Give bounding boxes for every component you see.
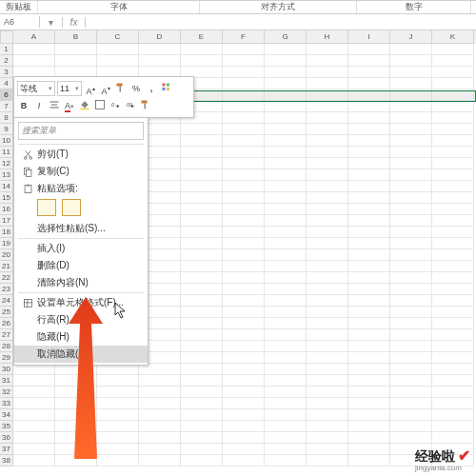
fill-color-icon[interactable]: ▾ <box>78 99 91 112</box>
cell[interactable] <box>181 169 223 181</box>
cell[interactable] <box>223 147 265 158</box>
row-header[interactable]: 38 <box>0 455 13 466</box>
cell[interactable] <box>307 455 348 466</box>
cell[interactable] <box>181 272 223 284</box>
cell[interactable] <box>223 238 265 249</box>
column-header[interactable]: A <box>13 30 55 44</box>
row-header[interactable]: 35 <box>0 421 13 432</box>
cell[interactable] <box>181 249 223 261</box>
cell[interactable] <box>307 352 348 364</box>
cell[interactable] <box>432 409 474 421</box>
cell[interactable] <box>97 455 139 466</box>
cell[interactable] <box>265 101 307 112</box>
cell[interactable] <box>348 78 390 89</box>
cell[interactable] <box>265 78 307 89</box>
cell[interactable] <box>265 135 307 147</box>
bold-button[interactable]: B <box>17 99 30 112</box>
cell[interactable] <box>348 341 390 352</box>
cell[interactable] <box>348 272 390 284</box>
row-header[interactable]: 17 <box>0 215 13 227</box>
cell[interactable] <box>348 44 390 55</box>
cell[interactable] <box>307 238 348 249</box>
align-center-icon[interactable] <box>48 99 61 112</box>
row-header[interactable]: 14 <box>0 181 13 192</box>
cell[interactable] <box>265 124 307 135</box>
cell[interactable] <box>432 364 474 375</box>
cell[interactable] <box>223 67 265 78</box>
cell[interactable] <box>307 329 348 341</box>
cell[interactable] <box>307 341 348 352</box>
cell[interactable] <box>390 307 432 318</box>
cell[interactable] <box>432 181 474 192</box>
row-header[interactable]: 12 <box>0 158 13 169</box>
cell[interactable] <box>432 352 474 364</box>
cell[interactable] <box>97 375 139 387</box>
column-header[interactable]: C <box>97 30 139 44</box>
cell[interactable] <box>390 192 432 204</box>
cell[interactable] <box>265 375 307 387</box>
cell[interactable] <box>390 158 432 169</box>
menu-unhide[interactable]: 取消隐藏(U) <box>14 346 148 363</box>
border-icon[interactable]: ▾ <box>93 99 107 112</box>
cell[interactable] <box>223 272 265 284</box>
cell[interactable] <box>223 55 265 67</box>
menu-hide[interactable]: 隐藏(H) <box>14 328 148 346</box>
cell[interactable] <box>223 329 265 341</box>
cell[interactable] <box>181 307 223 318</box>
cell[interactable] <box>390 421 432 432</box>
cell[interactable] <box>265 192 307 204</box>
cell[interactable] <box>307 169 348 181</box>
font-name-combo[interactable]: 等线▾ <box>17 81 55 96</box>
cell[interactable] <box>265 272 307 284</box>
cell[interactable] <box>55 444 97 455</box>
cell[interactable] <box>348 147 390 158</box>
format-icon[interactable] <box>139 99 152 112</box>
cell[interactable] <box>223 307 265 318</box>
fx-icon[interactable]: fx <box>63 17 86 28</box>
row-header[interactable]: 15 <box>0 192 13 204</box>
cell[interactable] <box>432 135 474 147</box>
cell[interactable] <box>307 295 348 307</box>
cell[interactable] <box>223 387 265 398</box>
cell[interactable] <box>265 398 307 409</box>
cell[interactable] <box>181 124 223 135</box>
cell[interactable] <box>307 272 348 284</box>
cell[interactable] <box>348 364 390 375</box>
cell[interactable] <box>307 55 348 67</box>
cell[interactable] <box>223 181 265 192</box>
cell[interactable] <box>307 101 348 112</box>
cell[interactable] <box>223 89 265 101</box>
cell[interactable] <box>265 444 307 455</box>
cell[interactable] <box>97 409 139 421</box>
cell[interactable] <box>223 352 265 364</box>
cell[interactable] <box>390 249 432 261</box>
cell[interactable] <box>181 261 223 272</box>
cell[interactable] <box>139 444 181 455</box>
cell[interactable] <box>181 55 223 67</box>
cell[interactable] <box>390 364 432 375</box>
column-header[interactable]: D <box>139 30 181 44</box>
cell[interactable] <box>432 295 474 307</box>
cell[interactable] <box>181 181 223 192</box>
cell[interactable] <box>223 135 265 147</box>
cell[interactable] <box>265 44 307 55</box>
cell[interactable] <box>97 55 139 67</box>
row-header[interactable]: 13 <box>0 169 13 181</box>
cell[interactable] <box>307 44 348 55</box>
cell[interactable] <box>432 44 474 55</box>
cell[interactable] <box>390 89 432 101</box>
cell[interactable] <box>223 261 265 272</box>
row-header[interactable]: 19 <box>0 238 13 249</box>
cell[interactable] <box>348 181 390 192</box>
cell[interactable] <box>181 409 223 421</box>
cell[interactable] <box>390 67 432 78</box>
cell[interactable] <box>13 375 55 387</box>
column-header[interactable]: F <box>223 30 265 44</box>
format-painter-icon[interactable] <box>114 82 128 95</box>
cell[interactable] <box>265 352 307 364</box>
cell[interactable] <box>265 89 307 101</box>
row-header[interactable]: 20 <box>0 249 13 261</box>
row-header[interactable]: 4 <box>0 78 13 89</box>
row-header[interactable]: 34 <box>0 409 13 421</box>
row-header[interactable]: 28 <box>0 341 13 352</box>
